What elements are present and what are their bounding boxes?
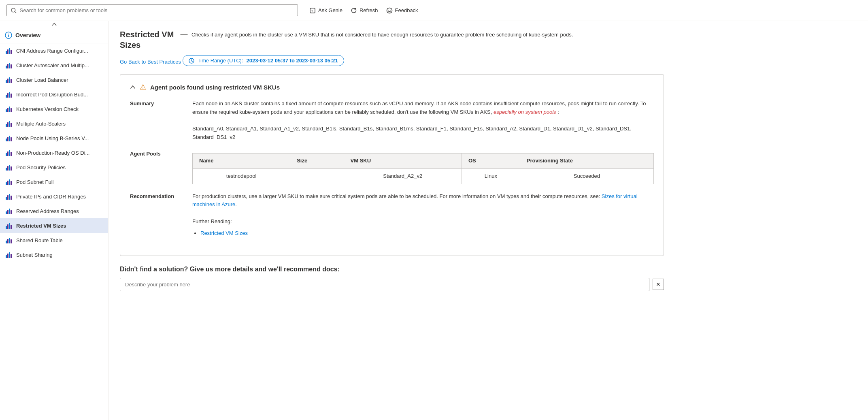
svg-rect-36 [9,136,10,141]
sidebar-item-restricted-vm[interactable]: Restricted VM Sizes [0,218,108,233]
sidebar-bar-icon [5,76,13,84]
time-range-value: 2023-03-12 05:37 to 2023-03-13 05:21 [247,58,338,64]
problem-input-row: ✕ [120,278,664,291]
svg-rect-53 [11,196,12,200]
agent-pools-section: Agent Pools NameSizeVM SKUOSProvisioning… [130,150,654,184]
svg-rect-34 [6,139,7,141]
content-inner: Restricted VM Sizes — Checks if any agen… [108,21,675,299]
refresh-button[interactable]: Refresh [351,7,378,14]
table-body: testnodepoolStandard_A2_v2LinuxSucceeded [193,168,654,184]
sidebar-item-label: Shared Route Table [16,237,63,243]
sidebar-bar-icon [5,192,13,200]
sidebar-bar-icon [5,119,13,128]
sidebar: Overview CNI Address Range Configur... C… [0,21,108,420]
svg-rect-67 [7,254,9,258]
further-reading-link[interactable]: Restricted VM Sizes [200,230,248,236]
sidebar-item-pod-subnet[interactable]: Pod Subnet Full [0,175,108,189]
sidebar-item-reserved-address[interactable]: Reserved Address Ranges [0,204,108,218]
recommendation-content: For production clusters, use a larger VM… [192,192,654,239]
sidebar-item-multiple-auto[interactable]: Multiple Auto-Scalers [0,116,108,131]
svg-rect-48 [9,179,10,185]
svg-rect-32 [9,121,10,127]
ask-genie-button[interactable]: ? Ask Genie [309,7,343,14]
sidebar-item-cluster-autoscaler[interactable]: Cluster Autoscaler and Multip... [0,58,108,72]
sidebar-item-private-ips[interactable]: Private IPs and CIDR Ranges [0,189,108,204]
svg-rect-57 [11,210,12,214]
svg-rect-35 [7,137,9,141]
sidebar-item-non-production[interactable]: Non-Production-Ready OS Di... [0,145,108,160]
sidebar-item-kubernetes-version[interactable]: Kubernetes Version Check [0,102,108,116]
svg-rect-10 [6,51,7,54]
sidebar-bar-icon [5,61,13,69]
summary-content: Each node in an AKS cluster contains a f… [192,100,654,142]
card-header: ⚠ Agent pools found using restricted VM … [130,83,654,92]
sidebar-overview[interactable]: Overview [0,28,108,43]
card-header-title: Agent pools found using restricted VM SK… [150,84,280,91]
sidebar-items: CNI Address Range Configur... Cluster Au… [0,43,108,262]
content-area: Restricted VM Sizes — Checks if any agen… [108,21,868,420]
sidebar-bar-icon [5,207,13,215]
agent-pools-label: Agent Pools [130,150,183,184]
clear-input-button[interactable]: ✕ [653,279,664,290]
svg-rect-12 [9,48,10,54]
sidebar-item-label: Pod Security Policies [16,164,66,171]
svg-rect-46 [6,182,7,185]
svg-rect-43 [7,166,9,171]
svg-rect-25 [11,94,12,98]
feedback-icon [386,7,393,14]
table-header-cell: Size [290,153,344,168]
svg-point-5 [388,10,389,11]
svg-rect-40 [9,150,10,156]
search-box[interactable] [6,4,298,16]
svg-rect-69 [11,254,12,258]
problem-input[interactable] [120,278,649,291]
svg-point-8 [8,34,9,34]
back-link[interactable]: Go Back to Best Practices [120,59,181,65]
bottom-section: Didn't find a solution? Give us more det… [120,266,664,291]
sidebar-item-cluster-lb[interactable]: Cluster Load Balancer [0,72,108,87]
agent-pools-content: NameSizeVM SKUOSProvisioning State testn… [192,150,654,184]
svg-rect-30 [6,124,7,127]
sidebar-bar-icon [5,134,13,142]
time-range-badge[interactable]: Time Range (UTC): 2023-03-12 05:37 to 20… [183,55,344,66]
svg-rect-65 [11,239,12,243]
svg-rect-51 [7,195,9,200]
table-cell: testnodepool [193,168,290,184]
collapse-button[interactable] [130,84,136,90]
sidebar-item-label: Cluster Load Balancer [16,77,68,83]
sidebar-item-shared-route[interactable]: Shared Route Table [0,233,108,247]
feedback-button[interactable]: Feedback [386,7,418,14]
svg-rect-66 [6,255,7,258]
sidebar-bar-icon [5,163,13,171]
search-icon [11,8,17,13]
sidebar-bar-icon [5,149,13,157]
sidebar-bar-icon [5,251,13,259]
sidebar-item-label: Subnet Sharing [16,252,53,258]
bottom-title: Didn't find a solution? Give us more det… [120,266,664,273]
sidebar-item-label: Node Pools Using B-Series V... [16,135,89,141]
svg-rect-60 [9,223,10,229]
svg-rect-21 [11,79,12,83]
scroll-up-indicator [0,21,108,28]
sidebar-item-incorrect-pod[interactable]: Incorrect Pod Disruption Bud... [0,87,108,102]
search-input[interactable] [20,7,294,13]
sidebar-item-subnet-sharing[interactable]: Subnet Sharing [0,247,108,262]
svg-rect-64 [9,238,10,243]
sidebar-bar-icon [5,105,13,113]
sidebar-item-pod-security[interactable]: Pod Security Policies [0,160,108,175]
svg-rect-55 [7,210,9,214]
refresh-icon [351,7,357,14]
agent-pools-table: NameSizeVM SKUOSProvisioning State testn… [192,153,654,184]
table-header-cell: OS [462,153,520,168]
page-description: Checks if any agent pools in the cluster… [191,30,573,38]
svg-rect-63 [7,239,9,243]
sidebar-item-node-pools[interactable]: Node Pools Using B-Series V... [0,131,108,145]
svg-rect-68 [9,252,10,258]
svg-rect-18 [6,80,7,83]
svg-rect-23 [7,93,9,98]
svg-rect-13 [11,50,12,54]
svg-rect-58 [6,226,7,229]
sidebar-item-cni-address[interactable]: CNI Address Range Configur... [0,43,108,58]
table-cell: Linux [462,168,520,184]
sidebar-bar-icon [5,47,13,55]
